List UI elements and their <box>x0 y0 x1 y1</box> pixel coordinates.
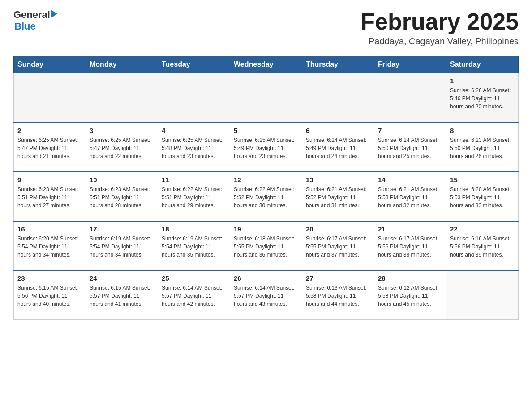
day-number: 26 <box>234 274 298 282</box>
day-info: Sunrise: 6:26 AM Sunset: 5:46 PM Dayligh… <box>450 86 515 111</box>
month-year-title: February 2025 <box>360 9 519 34</box>
table-row: 17Sunrise: 6:19 AM Sunset: 5:54 PM Dayli… <box>86 221 158 270</box>
table-row: 12Sunrise: 6:22 AM Sunset: 5:52 PM Dayli… <box>230 172 302 221</box>
day-number: 21 <box>378 225 442 233</box>
day-number: 25 <box>162 274 226 282</box>
calendar-week-4: 16Sunrise: 6:20 AM Sunset: 5:54 PM Dayli… <box>14 221 519 270</box>
day-number: 24 <box>90 274 154 282</box>
calendar-week-5: 23Sunrise: 6:15 AM Sunset: 5:56 PM Dayli… <box>14 270 519 320</box>
table-row: 9Sunrise: 6:23 AM Sunset: 5:51 PM Daylig… <box>14 172 86 221</box>
table-row: 15Sunrise: 6:20 AM Sunset: 5:53 PM Dayli… <box>446 172 519 221</box>
table-row: 11Sunrise: 6:22 AM Sunset: 5:51 PM Dayli… <box>158 172 230 221</box>
table-row: 21Sunrise: 6:17 AM Sunset: 5:56 PM Dayli… <box>374 221 446 270</box>
day-number: 20 <box>306 225 370 233</box>
day-number: 9 <box>17 176 82 184</box>
table-row: 1Sunrise: 6:26 AM Sunset: 5:46 PM Daylig… <box>446 73 519 123</box>
table-row: 5Sunrise: 6:25 AM Sunset: 5:49 PM Daylig… <box>230 123 302 172</box>
table-row: 14Sunrise: 6:21 AM Sunset: 5:53 PM Dayli… <box>374 172 446 221</box>
table-row <box>14 73 86 123</box>
day-number: 8 <box>450 127 515 134</box>
day-info: Sunrise: 6:19 AM Sunset: 5:54 PM Dayligh… <box>90 235 154 259</box>
day-number: 2 <box>17 127 82 134</box>
calendar-week-1: 1Sunrise: 6:26 AM Sunset: 5:46 PM Daylig… <box>14 73 519 123</box>
header-friday: Friday <box>374 56 446 73</box>
table-row: 13Sunrise: 6:21 AM Sunset: 5:52 PM Dayli… <box>302 172 374 221</box>
day-number: 27 <box>306 274 370 282</box>
logo-arrow-icon <box>51 10 57 18</box>
table-row: 28Sunrise: 6:12 AM Sunset: 5:58 PM Dayli… <box>374 270 446 320</box>
day-info: Sunrise: 6:17 AM Sunset: 5:56 PM Dayligh… <box>378 235 442 259</box>
table-row: 22Sunrise: 6:16 AM Sunset: 5:56 PM Dayli… <box>446 221 519 270</box>
day-number: 12 <box>234 176 298 184</box>
title-section: February 2025 Paddaya, Cagayan Valley, P… <box>360 9 519 47</box>
table-row: 24Sunrise: 6:15 AM Sunset: 5:57 PM Dayli… <box>86 270 158 320</box>
logo-general: General <box>13 9 50 21</box>
day-info: Sunrise: 6:25 AM Sunset: 5:48 PM Dayligh… <box>162 136 226 160</box>
day-number: 3 <box>90 127 154 134</box>
day-number: 4 <box>162 127 226 134</box>
day-info: Sunrise: 6:21 AM Sunset: 5:52 PM Dayligh… <box>306 185 370 210</box>
table-row: 16Sunrise: 6:20 AM Sunset: 5:54 PM Dayli… <box>14 221 86 270</box>
table-row: 20Sunrise: 6:17 AM Sunset: 5:55 PM Dayli… <box>302 221 374 270</box>
calendar-week-3: 9Sunrise: 6:23 AM Sunset: 5:51 PM Daylig… <box>14 172 519 221</box>
day-info: Sunrise: 6:20 AM Sunset: 5:54 PM Dayligh… <box>17 235 82 259</box>
day-info: Sunrise: 6:23 AM Sunset: 5:50 PM Dayligh… <box>450 136 515 160</box>
header-saturday: Saturday <box>446 56 519 73</box>
page-header: General Blue February 2025 Paddaya, Caga… <box>13 9 519 47</box>
table-row <box>86 73 158 123</box>
table-row: 23Sunrise: 6:15 AM Sunset: 5:56 PM Dayli… <box>14 270 86 320</box>
day-info: Sunrise: 6:25 AM Sunset: 5:47 PM Dayligh… <box>17 136 82 160</box>
calendar-header-row: Sunday Monday Tuesday Wednesday Thursday… <box>14 56 519 73</box>
table-row: 8Sunrise: 6:23 AM Sunset: 5:50 PM Daylig… <box>446 123 519 172</box>
day-info: Sunrise: 6:17 AM Sunset: 5:55 PM Dayligh… <box>306 235 370 259</box>
table-row: 26Sunrise: 6:14 AM Sunset: 5:57 PM Dayli… <box>230 270 302 320</box>
table-row <box>446 270 519 320</box>
day-info: Sunrise: 6:16 AM Sunset: 5:56 PM Dayligh… <box>450 235 515 259</box>
header-thursday: Thursday <box>302 56 374 73</box>
table-row: 3Sunrise: 6:25 AM Sunset: 5:47 PM Daylig… <box>86 123 158 172</box>
table-row: 19Sunrise: 6:18 AM Sunset: 5:55 PM Dayli… <box>230 221 302 270</box>
day-info: Sunrise: 6:23 AM Sunset: 5:51 PM Dayligh… <box>17 185 82 210</box>
header-wednesday: Wednesday <box>230 56 302 73</box>
day-number: 19 <box>234 225 298 233</box>
table-row: 18Sunrise: 6:19 AM Sunset: 5:54 PM Dayli… <box>158 221 230 270</box>
day-info: Sunrise: 6:25 AM Sunset: 5:49 PM Dayligh… <box>234 136 298 160</box>
day-number: 6 <box>306 127 370 134</box>
day-info: Sunrise: 6:15 AM Sunset: 5:57 PM Dayligh… <box>90 284 154 308</box>
day-info: Sunrise: 6:12 AM Sunset: 5:58 PM Dayligh… <box>378 284 442 308</box>
day-info: Sunrise: 6:24 AM Sunset: 5:50 PM Dayligh… <box>378 136 442 160</box>
day-info: Sunrise: 6:18 AM Sunset: 5:55 PM Dayligh… <box>234 235 298 259</box>
day-number: 28 <box>378 274 442 282</box>
day-info: Sunrise: 6:14 AM Sunset: 5:57 PM Dayligh… <box>234 284 298 308</box>
header-tuesday: Tuesday <box>158 56 230 73</box>
day-info: Sunrise: 6:15 AM Sunset: 5:56 PM Dayligh… <box>17 284 82 308</box>
calendar-week-2: 2Sunrise: 6:25 AM Sunset: 5:47 PM Daylig… <box>14 123 519 172</box>
day-info: Sunrise: 6:22 AM Sunset: 5:52 PM Dayligh… <box>234 185 298 210</box>
table-row <box>302 73 374 123</box>
table-row: 10Sunrise: 6:23 AM Sunset: 5:51 PM Dayli… <box>86 172 158 221</box>
logo-blue: Blue <box>14 21 36 32</box>
header-monday: Monday <box>86 56 158 73</box>
day-number: 17 <box>90 225 154 233</box>
day-info: Sunrise: 6:21 AM Sunset: 5:53 PM Dayligh… <box>378 185 442 210</box>
day-info: Sunrise: 6:23 AM Sunset: 5:51 PM Dayligh… <box>90 185 154 210</box>
day-number: 13 <box>306 176 370 184</box>
table-row <box>374 73 446 123</box>
table-row: 27Sunrise: 6:13 AM Sunset: 5:58 PM Dayli… <box>302 270 374 320</box>
day-number: 18 <box>162 225 226 233</box>
day-info: Sunrise: 6:24 AM Sunset: 5:49 PM Dayligh… <box>306 136 370 160</box>
day-info: Sunrise: 6:25 AM Sunset: 5:47 PM Dayligh… <box>90 136 154 160</box>
day-info: Sunrise: 6:22 AM Sunset: 5:51 PM Dayligh… <box>162 185 226 210</box>
table-row: 2Sunrise: 6:25 AM Sunset: 5:47 PM Daylig… <box>14 123 86 172</box>
table-row: 4Sunrise: 6:25 AM Sunset: 5:48 PM Daylig… <box>158 123 230 172</box>
header-sunday: Sunday <box>14 56 86 73</box>
table-row: 25Sunrise: 6:14 AM Sunset: 5:57 PM Dayli… <box>158 270 230 320</box>
day-number: 5 <box>234 127 298 134</box>
day-number: 1 <box>450 77 515 85</box>
table-row: 6Sunrise: 6:24 AM Sunset: 5:49 PM Daylig… <box>302 123 374 172</box>
day-number: 10 <box>90 176 154 184</box>
day-number: 23 <box>17 274 82 282</box>
day-info: Sunrise: 6:19 AM Sunset: 5:54 PM Dayligh… <box>162 235 226 259</box>
day-number: 11 <box>162 176 226 184</box>
table-row <box>158 73 230 123</box>
